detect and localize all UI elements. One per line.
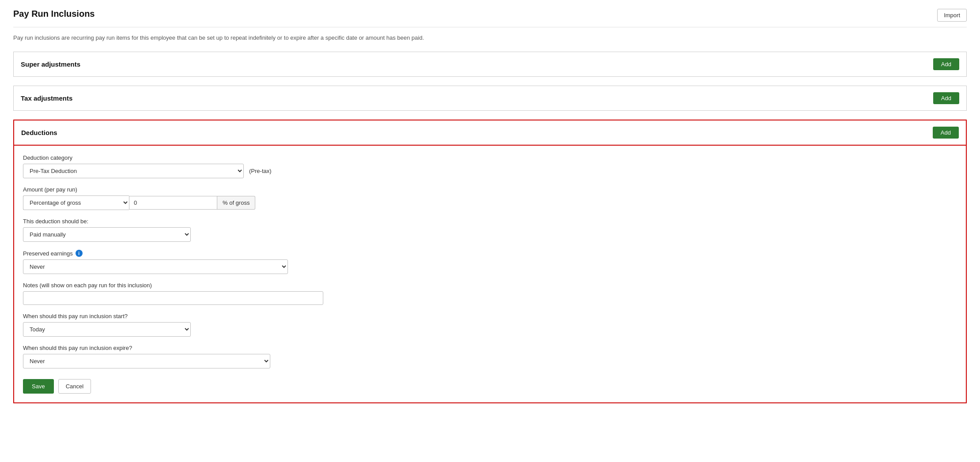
deductions-section: Deductions Add Deduction category Pre-Ta…	[13, 120, 967, 403]
amount-group: Amount (per pay run) Percentage of gross…	[23, 186, 957, 210]
tax-adjustments-add-button[interactable]: Add	[933, 92, 959, 104]
deduction-category-row: Pre-Tax Deduction Post-Tax Deduction (Pr…	[23, 164, 957, 178]
preserved-earnings-info-icon[interactable]: i	[76, 250, 83, 257]
expire-group: When should this pay run inclusion expir…	[23, 345, 957, 368]
page-title: Pay Run Inclusions	[13, 9, 95, 19]
expire-label: When should this pay run inclusion expir…	[23, 345, 957, 351]
deductions-add-button[interactable]: Add	[933, 127, 959, 139]
amount-label: Amount (per pay run)	[23, 186, 957, 193]
deduction-should-be-group: This deduction should be: Paid manually …	[23, 218, 957, 242]
save-button[interactable]: Save	[23, 379, 54, 394]
deductions-header: Deductions Add	[13, 120, 967, 146]
deduction-should-be-select[interactable]: Paid manually Paid electronically	[23, 227, 191, 242]
amount-value-input[interactable]	[129, 196, 217, 210]
deduction-category-label: Deduction category	[23, 154, 957, 161]
deduction-category-select[interactable]: Pre-Tax Deduction Post-Tax Deduction	[23, 164, 244, 178]
notes-group: Notes (will show on each pay run for thi…	[23, 282, 957, 305]
super-adjustments-title: Super adjustments	[21, 60, 80, 68]
deduction-category-group: Deduction category Pre-Tax Deduction Pos…	[23, 154, 957, 178]
notes-label: Notes (will show on each pay run for thi…	[23, 282, 957, 289]
deductions-form: Deduction category Pre-Tax Deduction Pos…	[13, 146, 967, 403]
page-description: Pay run inclusions are recurring pay run…	[13, 34, 967, 41]
amount-suffix: % of gross	[217, 196, 255, 210]
tax-adjustments-title: Tax adjustments	[21, 94, 72, 102]
deductions-title: Deductions	[21, 129, 57, 136]
super-adjustments-section: Super adjustments Add	[13, 52, 967, 77]
start-group: When should this pay run inclusion start…	[23, 313, 957, 337]
preserved-earnings-label: Preserved earnings i	[23, 250, 957, 257]
start-label: When should this pay run inclusion start…	[23, 313, 957, 319]
start-select[interactable]: Today Custom date	[23, 322, 191, 337]
notes-input[interactable]	[23, 291, 323, 305]
super-adjustments-add-button[interactable]: Add	[933, 58, 959, 70]
expire-select[interactable]: Never After a specific date After a spec…	[23, 354, 270, 368]
deduction-should-be-label: This deduction should be:	[23, 218, 957, 225]
cancel-button[interactable]: Cancel	[58, 379, 91, 394]
preserved-earnings-select[interactable]: Never Weekly Fortnightly Monthly	[23, 259, 288, 274]
amount-row: Percentage of gross Fixed amount % of gr…	[23, 195, 957, 210]
preserved-earnings-group: Preserved earnings i Never Weekly Fortni…	[23, 250, 957, 274]
tax-adjustments-section: Tax adjustments Add	[13, 86, 967, 111]
amount-type-select[interactable]: Percentage of gross Fixed amount	[23, 195, 129, 210]
pre-tax-tag: (Pre-tax)	[249, 168, 272, 174]
import-button[interactable]: Import	[937, 9, 967, 22]
form-actions: Save Cancel	[23, 379, 957, 394]
